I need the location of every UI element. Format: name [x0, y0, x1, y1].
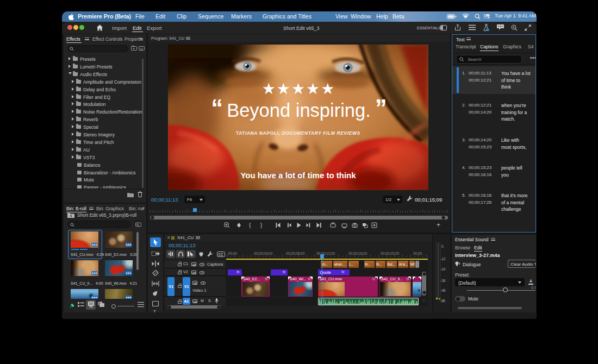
- svg-text:{: {: [249, 222, 251, 228]
- svg-text:▮▮: ▮▮: [100, 302, 102, 304]
- svg-text:32: 32: [140, 47, 143, 51]
- svg-text:CC: CC: [218, 252, 223, 256]
- svg-text:}: }: [260, 222, 263, 228]
